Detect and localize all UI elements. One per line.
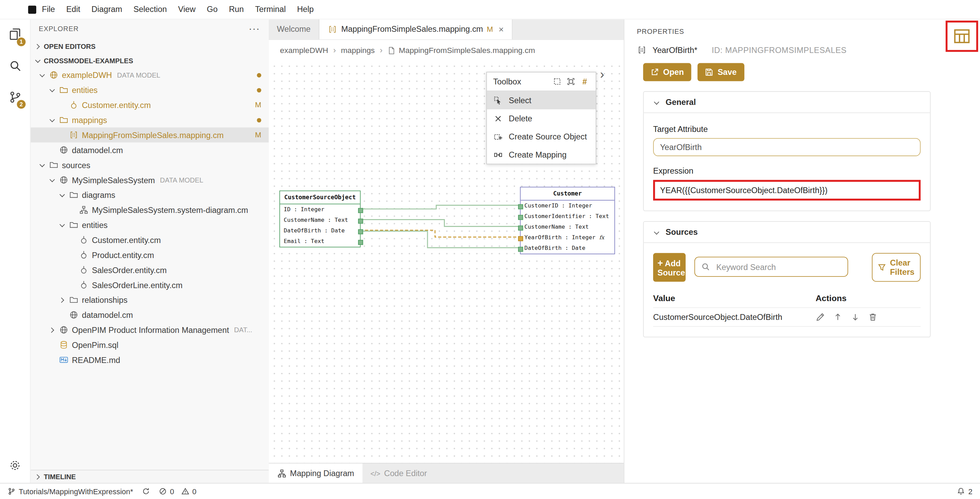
connection-port[interactable] (358, 229, 363, 234)
toolbox-item-delete[interactable]: Delete (487, 110, 596, 127)
breadcrumb-item[interactable]: exampleDWH (280, 46, 328, 55)
open-editors-section[interactable]: OPEN EDITORS (30, 39, 269, 53)
sources-section-header[interactable]: Sources (644, 222, 930, 243)
menu-help[interactable]: Help (291, 0, 319, 19)
breadcrumb-item-file[interactable]: MappingFromSimpleSales.mapping.cm (387, 46, 535, 55)
globe-icon (49, 70, 59, 80)
diagram-node-customersourceobject[interactable]: CustomerSourceObject ID : Integer Custom… (279, 191, 361, 247)
timeline-section[interactable]: TIMELINE (30, 470, 269, 483)
connection-port[interactable] (358, 240, 363, 245)
menu-diagram[interactable]: Diagram (86, 0, 128, 19)
move-up-icon[interactable] (833, 312, 842, 322)
mapping-edge-id-customerid[interactable] (360, 205, 520, 209)
delete-trash-icon[interactable] (868, 312, 877, 322)
menu-file[interactable]: File (36, 0, 60, 19)
connection-port[interactable] (518, 246, 523, 251)
table-row[interactable]: CustomerSourceObject.DateOfBirth (653, 307, 921, 327)
tree-item-sources[interactable]: sources (30, 157, 269, 173)
breadcrumb-item[interactable]: mappings (341, 46, 375, 55)
workspace-root-section[interactable]: CROSSMODEL-EXAMPLES (30, 53, 269, 67)
toolbox-item-create-mapping[interactable]: Create Mapping (487, 146, 596, 164)
tree-item-salesorder-entity[interactable]: SalesOrder.entity.cm (30, 262, 269, 278)
tree-item-openpim[interactable]: OpenPIM Product Information Management D… (30, 322, 269, 337)
close-icon[interactable]: × (498, 24, 504, 34)
collapse-panel-chevron[interactable]: › (600, 68, 604, 81)
save-button[interactable]: Save (698, 63, 744, 81)
tree-item-salesorderline-entity[interactable]: SalesOrderLine.entity.cm (30, 278, 269, 292)
branch-status-item[interactable]: Tutorials/MappingWithExpression* (8, 487, 133, 496)
node-attribute[interactable]: CustomerName : Text (521, 222, 614, 232)
marquee-tool-icon[interactable] (552, 77, 562, 86)
mapping-edge-dateofbirth-yearofbirth-expression[interactable] (360, 230, 520, 237)
toolbox-item-select[interactable]: Select (487, 91, 596, 110)
menu-run[interactable]: Run (223, 0, 250, 19)
tree-item-mappings[interactable]: mappings (30, 113, 269, 127)
connection-port-expression[interactable] (518, 236, 523, 241)
clear-filters-button[interactable]: Clear Filters (872, 253, 921, 281)
menu-go[interactable]: Go (201, 0, 223, 19)
tree-item-entities-sources[interactable]: entities (30, 218, 269, 232)
sync-status-item[interactable] (142, 487, 150, 496)
tree-item-datamodel[interactable]: datamodel.cm (30, 143, 269, 157)
keyword-search-input[interactable] (715, 261, 841, 272)
node-attribute[interactable]: DateOfBirth : Date (521, 243, 614, 254)
tree-item-relationships[interactable]: relationships (30, 292, 269, 307)
connection-port[interactable] (358, 218, 363, 224)
tree-item-customer-entity[interactable]: Customer.entity.cm M (30, 97, 269, 113)
tab-mapping-file[interactable]: MappingFromSimpleSales.mapping.cm M × (319, 19, 512, 39)
notifications-status-item[interactable]: 2 (957, 487, 972, 496)
tree-item-datamodel-src[interactable]: datamodel.cm (30, 307, 269, 322)
connection-port[interactable] (518, 225, 523, 230)
grid-snap-icon[interactable]: # (580, 77, 589, 86)
node-attribute[interactable]: CustomerID : Integer (521, 200, 614, 211)
node-attribute-yearofbirth[interactable]: YearOfBirth : Integerfx (521, 232, 614, 243)
annotation-expression-highlight (653, 180, 921, 200)
tree-item-mysimplesalessystem[interactable]: MySimpleSalesSystem DATA MODEL (30, 172, 269, 187)
problems-status-item[interactable]: 0 0 (159, 487, 196, 496)
tree-item-system-diagram[interactable]: MySimpleSalesSystem.system-diagram.cm (30, 202, 269, 218)
node-attribute[interactable]: DateOfBirth : Date (280, 226, 360, 236)
tab-mapping-diagram[interactable]: Mapping Diagram (269, 464, 362, 483)
tree-item-customer-entity-src[interactable]: Customer.entity.cm (30, 232, 269, 248)
connection-port[interactable] (518, 204, 523, 209)
target-attribute-input[interactable] (653, 138, 921, 156)
mapping-edge-dateofbirth[interactable] (360, 231, 520, 248)
source-control-activity-button[interactable]: 2 (0, 81, 30, 113)
tree-item-entities[interactable]: entities (30, 83, 269, 97)
explorer-activity-button[interactable]: 1 (0, 19, 30, 50)
tree-item-readme[interactable]: README.md (30, 352, 269, 367)
properties-view-toggle-button-annotated[interactable] (945, 21, 978, 52)
connection-port[interactable] (518, 215, 523, 220)
fit-to-screen-icon[interactable] (566, 77, 576, 86)
expression-input[interactable] (655, 182, 919, 199)
edit-pencil-icon[interactable] (816, 312, 825, 322)
tree-item-exampledwh[interactable]: exampleDWH DATA MODEL (30, 67, 269, 83)
tree-item-openpim-sql[interactable]: OpenPim.sql (30, 337, 269, 352)
node-attribute[interactable]: CustomerName : Text (280, 215, 360, 226)
menu-terminal[interactable]: Terminal (250, 0, 292, 19)
node-attribute[interactable]: Email : Text (280, 236, 360, 247)
menu-edit[interactable]: Edit (60, 0, 86, 19)
tree-item-mapping-file-selected[interactable]: MappingFromSimpleSales.mapping.cm M (30, 127, 269, 143)
search-activity-button[interactable] (0, 50, 30, 81)
open-button[interactable]: Open (643, 63, 691, 81)
menu-view[interactable]: View (172, 0, 201, 19)
settings-button[interactable] (0, 453, 30, 478)
fx-expression-marker: fx (599, 234, 604, 240)
explorer-more-actions[interactable]: ··· (248, 25, 260, 32)
mapping-edge-customername[interactable] (360, 219, 520, 226)
toolbox-item-create-source-object[interactable]: Create Source Object (487, 127, 596, 146)
mapping-diagram-canvas[interactable]: Toolbox # Select Delete Create Source Ob (269, 60, 624, 463)
node-attribute[interactable]: CustomerIdentifier : Text (521, 211, 614, 222)
diagram-node-customer[interactable]: Customer CustomerID : Integer CustomerId… (520, 187, 615, 254)
menu-selection[interactable]: Selection (128, 0, 173, 19)
node-attribute[interactable]: ID : Integer (280, 204, 360, 215)
move-down-icon[interactable] (851, 312, 860, 322)
tree-item-diagrams[interactable]: diagrams (30, 187, 269, 202)
general-section-header[interactable]: General (644, 92, 930, 113)
add-source-button[interactable]: +Add Source (653, 253, 686, 281)
tab-welcome[interactable]: Welcome (269, 19, 319, 39)
tree-item-product-entity[interactable]: Product.entity.cm (30, 248, 269, 262)
tab-code-editor[interactable]: </> Code Editor (362, 464, 435, 483)
connection-port[interactable] (358, 208, 363, 213)
